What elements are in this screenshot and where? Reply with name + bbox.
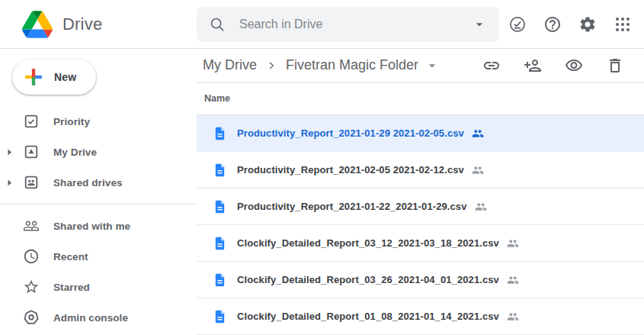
shared-people-icon	[472, 164, 484, 176]
content-area: My Drive Fivetran Magic Folder	[197, 49, 644, 335]
shared-drives-icon	[23, 174, 40, 191]
shared-people-icon	[507, 274, 519, 286]
expand-caret-icon[interactable]	[6, 149, 17, 156]
sidebar-item-shared-with-me[interactable]: Shared with me	[0, 211, 197, 241]
recent-icon	[23, 248, 40, 265]
csv-file-icon	[213, 309, 226, 324]
file-name: Clockify_Detailed_Report_03_12_2021-03_1…	[237, 237, 499, 249]
file-row[interactable]: Clockify_Detailed_Report_03_12_2021-03_1…	[197, 225, 644, 262]
csv-file-icon	[213, 272, 226, 288]
expand-caret-icon[interactable]	[6, 179, 17, 186]
trash-icon[interactable]	[606, 56, 624, 75]
sidebar-item-label: Recent	[53, 251, 88, 263]
sidebar: New Priority	[0, 49, 197, 335]
top-bar-actions	[508, 15, 644, 34]
file-row[interactable]: Clockify_Detailed_Report_01_08_2021-01_1…	[197, 298, 644, 335]
sidebar-item-label: Shared drives	[53, 177, 123, 188]
file-row[interactable]: Clockify_Detailed_Report_03_26_2021-04_0…	[197, 262, 644, 298]
file-name: Productivity_Report_2021-01-29 2021-02-0…	[237, 127, 464, 139]
preview-eye-icon[interactable]	[565, 56, 583, 75]
shared-people-icon	[507, 237, 519, 250]
file-name: Clockify_Detailed_Report_03_26_2021-04_0…	[237, 274, 499, 285]
csv-file-icon	[213, 163, 226, 178]
shared-people-icon	[472, 127, 484, 140]
file-name: Productivity_Report_2021-01-22_2021-01-2…	[237, 201, 467, 212]
offline-status-icon[interactable]	[508, 15, 527, 34]
share-person-add-icon[interactable]	[524, 56, 542, 75]
priority-icon	[23, 113, 40, 130]
help-icon[interactable]	[543, 15, 562, 34]
new-button[interactable]: New	[12, 60, 96, 95]
admin-console-icon	[23, 309, 40, 326]
breadcrumb-current-folder[interactable]: Fivetran Magic Folder	[286, 57, 418, 73]
chevron-right-icon	[264, 59, 278, 72]
starred-icon	[23, 279, 40, 295]
breadcrumb-root[interactable]: My Drive	[203, 57, 257, 73]
list-column-header[interactable]: Name	[197, 83, 644, 115]
settings-icon[interactable]	[578, 15, 597, 34]
main-area: New Priority	[0, 49, 644, 335]
sidebar-item-admin-console[interactable]: Admin console	[0, 302, 197, 333]
file-toolbar	[482, 56, 624, 75]
file-row[interactable]: Productivity_Report_2021-02-05 2021-02-1…	[197, 152, 644, 188]
name-column-label: Name	[204, 93, 230, 104]
sidebar-nav: Priority My Drive	[0, 106, 197, 333]
google-apps-grid-icon[interactable]	[614, 15, 632, 34]
csv-file-icon	[213, 126, 226, 141]
shared-people-icon	[475, 201, 487, 213]
sidebar-item-shared-drives[interactable]: Shared drives	[0, 167, 197, 198]
get-link-icon[interactable]	[482, 56, 501, 75]
sidebar-item-recent[interactable]: Recent	[0, 241, 197, 272]
file-row[interactable]: Productivity_Report_2021-01-29 2021-02-0…	[197, 115, 644, 152]
app-name: Drive	[62, 14, 102, 34]
sidebar-item-my-drive[interactable]: My Drive	[0, 137, 197, 167]
search-icon[interactable]	[209, 16, 226, 33]
sidebar-item-label: Starred	[53, 282, 90, 293]
file-row[interactable]: Productivity_Report_2021-01-22_2021-01-2…	[197, 188, 644, 225]
top-bar: Drive	[0, 0, 644, 49]
sidebar-divider	[0, 204, 197, 205]
csv-file-icon	[213, 236, 226, 251]
breadcrumb: My Drive Fivetran Magic Folder	[197, 49, 644, 83]
file-name: Productivity_Report_2021-02-05 2021-02-1…	[237, 164, 464, 176]
sidebar-item-label: Shared with me	[53, 221, 130, 232]
search-input[interactable]	[238, 17, 472, 32]
shared-with-me-icon	[23, 217, 40, 234]
sidebar-item-label: My Drive	[53, 147, 97, 158]
my-drive-icon	[23, 143, 40, 160]
plus-icon	[24, 67, 43, 87]
search-options-caret-icon[interactable]	[472, 17, 487, 32]
sidebar-item-starred[interactable]: Starred	[0, 272, 197, 302]
search-bar[interactable]	[197, 7, 499, 42]
sidebar-item-label: Priority	[53, 116, 90, 127]
drive-logo-area[interactable]: Drive	[0, 11, 197, 38]
sidebar-item-priority[interactable]: Priority	[0, 106, 197, 137]
file-name: Clockify_Detailed_Report_01_08_2021-01_1…	[237, 311, 499, 322]
folder-menu-caret-icon[interactable]	[425, 58, 440, 73]
new-button-label: New	[54, 71, 76, 83]
csv-file-icon	[213, 199, 226, 214]
drive-logo-icon	[22, 11, 53, 38]
sidebar-item-label: Admin console	[53, 312, 128, 324]
google-drive-window: Drive	[0, 0, 644, 335]
file-list: Productivity_Report_2021-01-29 2021-02-0…	[197, 115, 644, 335]
shared-people-icon	[507, 311, 519, 323]
